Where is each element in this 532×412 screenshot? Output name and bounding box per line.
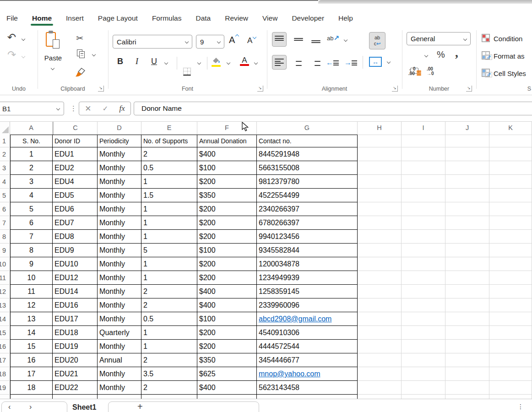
cell-A4[interactable]: 3 — [10, 175, 53, 189]
cell-A6[interactable]: 5 — [10, 202, 53, 216]
cell-I5[interactable] — [402, 189, 445, 202]
cell-K19[interactable] — [489, 381, 532, 395]
cell-A3[interactable]: 2 — [10, 161, 53, 175]
cell-J9[interactable] — [445, 244, 489, 257]
bold-button[interactable]: B — [117, 57, 123, 66]
cell-A8[interactable]: 7 — [10, 230, 53, 244]
cell-D15[interactable]: Quarterly — [98, 326, 141, 340]
select-all-corner[interactable] — [0, 122, 10, 135]
cell-D16[interactable]: Monthly — [98, 340, 141, 353]
cell-I2[interactable] — [402, 147, 445, 161]
cell-F4[interactable]: $200 — [197, 175, 257, 189]
menu-tab-insert[interactable]: Insert — [66, 14, 84, 22]
cell-K3[interactable] — [489, 161, 532, 175]
row-header-10[interactable]: 10 — [0, 257, 10, 271]
cell-A14[interactable]: 13 — [10, 312, 53, 326]
comma-style-button[interactable]: , — [455, 46, 458, 60]
column-header-F[interactable]: F — [197, 122, 257, 135]
formula-input[interactable]: Donor Name — [134, 102, 532, 115]
cell-F17[interactable]: $350 — [197, 353, 257, 367]
cell-A13[interactable]: 12 — [10, 298, 53, 312]
cell-K10[interactable] — [489, 257, 532, 271]
font-color-chevron[interactable] — [254, 61, 258, 65]
cell-G19[interactable]: 5623143458 — [257, 381, 358, 395]
copy-icon[interactable] — [77, 49, 86, 59]
cell-G3[interactable]: 5663155008 — [257, 161, 358, 175]
cell-C4[interactable]: EDU4 — [53, 175, 98, 189]
cell-E9[interactable]: 5 — [141, 244, 197, 257]
row-header-3[interactable]: 3 — [0, 161, 10, 175]
merge-center-button[interactable]: ↔ — [369, 57, 382, 67]
cell-D20[interactable] — [98, 395, 141, 399]
name-box[interactable]: B1 — [0, 102, 64, 115]
align-center-button[interactable] — [294, 59, 303, 66]
menu-tab-view[interactable]: View — [262, 14, 277, 22]
cell-E10[interactable]: 1 — [141, 257, 197, 271]
cell-D17[interactable]: Annual — [98, 353, 141, 367]
merge-center-chevron[interactable] — [387, 60, 391, 64]
cell-F8[interactable]: $200 — [197, 230, 257, 244]
row-header-16[interactable]: 16 — [0, 340, 10, 353]
cell-C13[interactable]: EDU16 — [53, 298, 98, 312]
cell-A10[interactable]: 9 — [10, 257, 53, 271]
menu-tab-page-layout[interactable]: Page Layout — [98, 14, 138, 22]
cell-A11[interactable]: 10 — [10, 271, 53, 285]
cell-J15[interactable] — [445, 326, 489, 340]
middle-align-button[interactable] — [294, 36, 303, 43]
cell-E12[interactable]: 2 — [141, 285, 197, 298]
row-header-7[interactable]: 7 — [0, 216, 10, 230]
cell-C1[interactable]: Donor ID — [53, 135, 98, 147]
cell-F1[interactable]: Annual Donation — [197, 135, 257, 147]
cell-C6[interactable]: EDU6 — [53, 202, 98, 216]
cell-H16[interactable] — [358, 340, 402, 353]
cell-J4[interactable] — [445, 175, 489, 189]
cell-H8[interactable] — [358, 230, 402, 244]
cell-G11[interactable]: 1234949939 — [257, 271, 358, 285]
cell-H11[interactable] — [358, 271, 402, 285]
row-header-15[interactable]: 15 — [0, 326, 10, 340]
cell-C17[interactable]: EDU20 — [53, 353, 98, 367]
cell-G5[interactable]: 4522554499 — [257, 189, 358, 202]
cell-K18[interactable] — [489, 367, 532, 381]
cell-G14[interactable]: abcd2908@gmail.com — [257, 312, 358, 326]
cell-G15[interactable]: 4540910306 — [257, 326, 358, 340]
cell-D6[interactable]: Monthly — [98, 202, 141, 216]
cell-F10[interactable]: $200 — [197, 257, 257, 271]
align-right-button[interactable] — [311, 59, 320, 66]
cell-E19[interactable]: 2 — [141, 381, 197, 395]
cell-F6[interactable]: $200 — [197, 202, 257, 216]
top-align-button[interactable] — [272, 32, 287, 47]
row-header-2[interactable]: 2 — [0, 147, 10, 161]
cell-C20[interactable] — [53, 395, 98, 399]
row-header-4[interactable]: 4 — [0, 175, 10, 189]
cell-E14[interactable]: 0.5 — [141, 312, 197, 326]
cell-G1[interactable]: Contact no. — [257, 135, 358, 147]
cell-K12[interactable] — [489, 285, 532, 298]
cell-E2[interactable]: 2 — [141, 147, 197, 161]
cell-K16[interactable] — [489, 340, 532, 353]
cell-A17[interactable]: 16 — [10, 353, 53, 367]
cell-C15[interactable]: EDU18 — [53, 326, 98, 340]
cell-I9[interactable] — [402, 244, 445, 257]
cell-K4[interactable] — [489, 175, 532, 189]
cut-icon[interactable]: ✂ — [76, 33, 83, 43]
column-header-K[interactable]: K — [489, 122, 532, 135]
menu-tab-data[interactable]: Data — [195, 14, 211, 22]
cell-E6[interactable]: 1 — [141, 202, 197, 216]
cell-F13[interactable]: $400 — [197, 298, 257, 312]
enter-icon[interactable]: ✓ — [103, 104, 109, 113]
row-header-9[interactable]: 9 — [0, 244, 10, 257]
menu-tab-review[interactable]: Review — [225, 14, 248, 22]
cell-J14[interactable] — [445, 312, 489, 326]
cell-J19[interactable] — [445, 381, 489, 395]
cell-J6[interactable] — [445, 202, 489, 216]
cell-D1[interactable]: Periodicity — [98, 135, 141, 147]
cell-K8[interactable] — [489, 230, 532, 244]
increase-indent-button[interactable]: → — [344, 59, 357, 67]
cell-K1[interactable] — [489, 135, 532, 147]
cell-E16[interactable]: 1 — [141, 340, 197, 353]
cell-E4[interactable]: 1 — [141, 175, 197, 189]
cell-I15[interactable] — [402, 326, 445, 340]
cell-D19[interactable]: Monthly — [98, 381, 141, 395]
cell-H18[interactable] — [358, 367, 402, 381]
